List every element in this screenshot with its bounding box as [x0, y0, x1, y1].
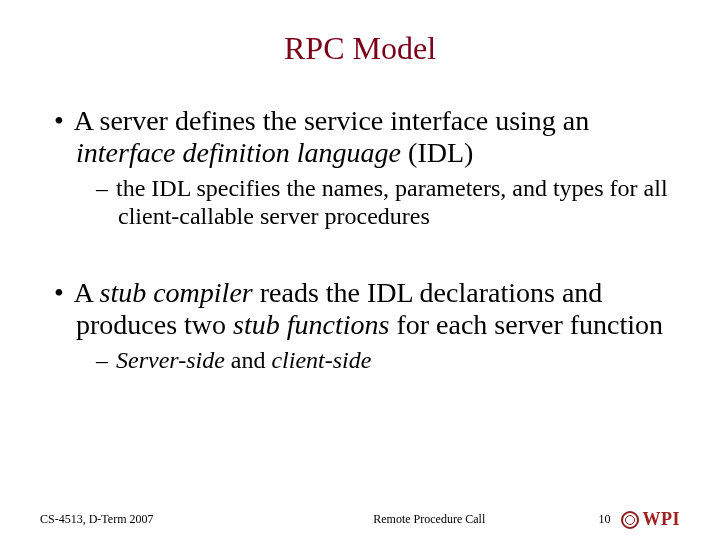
- footer-right-group: 10 WPI: [599, 509, 681, 530]
- spacer: [40, 237, 680, 277]
- bullet-item-1: •A server defines the service interface …: [54, 105, 680, 169]
- slide: RPC Model •A server defines the service …: [0, 0, 720, 540]
- footer-course: CS-4513, D-Term 2007: [40, 512, 260, 527]
- bullet-2-italic-1: stub compiler: [100, 277, 253, 308]
- wpi-seal-icon: [621, 511, 639, 529]
- dash-icon: –: [96, 175, 116, 201]
- bullet-1-text-pre: A server defines the service interface u…: [74, 105, 589, 136]
- page-number: 10: [599, 512, 611, 527]
- bullet-2-sub-italic-2: client-side: [271, 347, 371, 373]
- wpi-logo-text: WPI: [643, 509, 681, 530]
- bullet-2-sub-mid: and: [225, 347, 272, 373]
- bullet-item-2-sub: –Server-side and client-side: [96, 347, 680, 375]
- slide-footer: CS-4513, D-Term 2007 Remote Procedure Ca…: [0, 509, 720, 530]
- bullet-item-1-sub: –the IDL specifies the names, parameters…: [96, 175, 680, 230]
- bullet-2-text-pre: A: [74, 277, 100, 308]
- slide-title: RPC Model: [40, 30, 680, 67]
- bullet-icon: •: [54, 277, 74, 308]
- dash-icon: –: [96, 347, 116, 373]
- footer-title: Remote Procedure Call: [260, 512, 599, 527]
- bullet-2-sub-italic-1: Server-side: [116, 347, 225, 373]
- slide-content: •A server defines the service interface …: [40, 105, 680, 375]
- bullet-2-italic-2: stub functions: [233, 309, 389, 340]
- bullet-1-text-italic: interface definition language: [76, 137, 401, 168]
- bullet-item-2: •A stub compiler reads the IDL declarati…: [54, 277, 680, 341]
- bullet-icon: •: [54, 105, 74, 136]
- bullet-1-text-post: (IDL): [401, 137, 473, 168]
- bullet-1-sub-text: the IDL specifies the names, parameters,…: [116, 175, 668, 229]
- wpi-logo: WPI: [621, 509, 681, 530]
- bullet-2-text-post: for each server function: [389, 309, 663, 340]
